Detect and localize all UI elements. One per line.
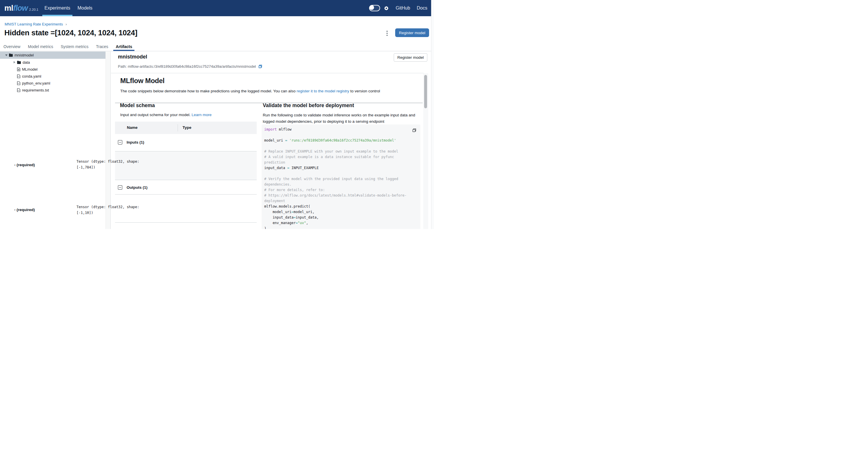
tab-system-metrics[interactable]: System metrics xyxy=(61,42,89,51)
table-divider xyxy=(115,180,257,180)
docs-link[interactable]: Docs xyxy=(417,5,427,11)
outputs-section-header: Outputs (1) xyxy=(115,185,257,190)
tree-item-conda-yaml[interactable]: conda.yaml xyxy=(0,73,105,79)
outputs-label: Outputs (1) xyxy=(127,185,148,190)
github-link[interactable]: GitHub xyxy=(396,5,410,11)
tab-label: Model metrics xyxy=(28,44,53,49)
breadcrumb: MNIST Learning Rate Experiments › xyxy=(5,22,67,26)
inputs-section-header: Inputs (1) xyxy=(115,140,257,144)
tree-item-label: requirements.txt xyxy=(22,88,49,92)
tree-item-label: MLmodel xyxy=(22,67,37,71)
folder-icon xyxy=(9,54,13,57)
tab-label: Overview xyxy=(3,44,20,49)
validate-heading: Validate the model before deployment xyxy=(263,102,354,108)
nav-item-label: Experiments xyxy=(44,5,70,11)
nav-item-models[interactable]: Models xyxy=(77,0,93,16)
copy-path-icon[interactable] xyxy=(258,64,262,69)
file-code-icon xyxy=(17,81,20,85)
caret-down-icon[interactable] xyxy=(5,55,8,56)
toggle-knob xyxy=(369,5,374,10)
folder-icon xyxy=(17,61,21,64)
schema-table-header: Name Type xyxy=(115,122,257,134)
nav-item-experiments[interactable]: Experiments xyxy=(44,0,71,16)
model-registry-link[interactable]: register it to the model registry xyxy=(297,89,349,93)
path-value: mlflow-artifacts:/3/ef8189d30fa64c98a16f… xyxy=(128,64,256,69)
artifact-name-heading: mnistmodel xyxy=(118,54,147,60)
file-code-icon xyxy=(17,74,20,78)
model-schema-subtitle: Input and output schema for your model. … xyxy=(120,112,212,117)
artifact-tree-rows: mnistmodeldataMLmodelconda.yamlpython_en… xyxy=(0,52,111,94)
mlflow-logo[interactable]: mlflow 2.20.1 xyxy=(4,4,38,13)
register-model-button[interactable]: Register model xyxy=(395,28,429,37)
model-doc-intro: The code snippets below demonstrate how … xyxy=(120,89,423,93)
inputs-label: Inputs (1) xyxy=(127,140,144,144)
model-schema-heading: Model schema xyxy=(120,102,155,108)
content-pane-scrollbar-thumb[interactable] xyxy=(424,75,427,108)
collapse-minus-icon[interactable] xyxy=(118,185,122,190)
intro-text-after: to version control xyxy=(349,89,380,93)
register-model-secondary-button[interactable]: Register model xyxy=(394,53,427,62)
tab-label: Traces xyxy=(96,44,108,49)
theme-toggle[interactable] xyxy=(369,5,380,11)
column-header-type: Type xyxy=(183,125,191,130)
tree-item-mnistmodel[interactable]: mnistmodel xyxy=(0,52,105,59)
tree-scrollbar-gutter[interactable] xyxy=(105,52,111,229)
intro-text: The code snippets below demonstrate how … xyxy=(120,89,297,93)
logo-flow-text: flow xyxy=(13,4,28,13)
validate-description: Run the following code to validate model… xyxy=(263,112,423,125)
tree-item-requirements-txt[interactable]: requirements.txt xyxy=(0,87,105,94)
caret-right-icon[interactable] xyxy=(13,61,16,63)
logo-ml-text: ml xyxy=(4,4,13,13)
tree-item-python-env-yaml[interactable]: python_env.yaml xyxy=(0,79,105,87)
tree-item-label: python_env.yaml xyxy=(22,81,50,86)
tab-label: Artifacts xyxy=(116,44,132,49)
copy-code-icon[interactable] xyxy=(412,128,416,133)
tree-item-label: mnistmodel xyxy=(14,53,34,57)
tab-artifacts[interactable]: Artifacts xyxy=(116,42,132,51)
tab-traces[interactable]: Traces xyxy=(96,42,108,51)
nav-item-label: Models xyxy=(78,5,92,11)
breadcrumb-experiment-link[interactable]: MNIST Learning Rate Experiments xyxy=(5,22,63,26)
window-scrollbar[interactable] xyxy=(431,0,434,229)
tab-label: System metrics xyxy=(61,44,89,49)
top-nav: mlflow 2.20.1 Experiments Models GitHub … xyxy=(0,0,431,16)
artifact-path: Path: mlflow-artifacts:/3/ef8189d30fa64c… xyxy=(118,64,262,69)
schema-output-row xyxy=(115,195,257,222)
more-options-kebab-button[interactable] xyxy=(386,30,388,36)
column-header-name: Name xyxy=(127,125,137,130)
mlflow-model-heading: MLflow Model xyxy=(120,77,164,85)
file-code-icon xyxy=(17,88,20,92)
tree-item-data[interactable]: data xyxy=(0,59,105,66)
collapse-minus-icon[interactable] xyxy=(118,140,122,144)
nav-right-cluster: GitHub Docs xyxy=(369,5,431,11)
settings-gear-icon[interactable] xyxy=(383,5,389,11)
path-label: Path: xyxy=(118,64,127,69)
learn-more-link[interactable]: Learn more xyxy=(191,112,212,117)
table-divider xyxy=(115,222,257,223)
run-title: Hidden state =[1024, 1024, 1024, 1024] xyxy=(4,28,137,37)
tree-item-label: data xyxy=(23,60,30,65)
column-divider xyxy=(178,124,178,131)
validate-code-block: import mlflow model_uri = 'runs:/ef8189d… xyxy=(261,125,421,229)
tree-item-mlmodel[interactable]: MLmodel xyxy=(0,66,105,73)
tab-model-metrics[interactable]: Model metrics xyxy=(28,42,53,51)
subtitle-text: Input and output schema for your model. xyxy=(120,112,191,117)
tree-item-label: conda.yaml xyxy=(22,74,41,78)
schema-input-row xyxy=(115,152,257,180)
file-document-icon xyxy=(17,67,20,71)
chevron-right-icon: › xyxy=(65,22,67,26)
run-tabs: Overview Model metrics System metrics Tr… xyxy=(0,42,431,51)
nav-items: Experiments Models xyxy=(44,0,100,16)
artifact-tree-panel: mnistmodeldataMLmodelconda.yamlpython_en… xyxy=(0,52,111,229)
tab-overview[interactable]: Overview xyxy=(3,42,20,51)
code-content: import mlflow model_uri = 'runs:/ef8189d… xyxy=(264,127,418,229)
version-label: 2.20.1 xyxy=(29,8,38,11)
